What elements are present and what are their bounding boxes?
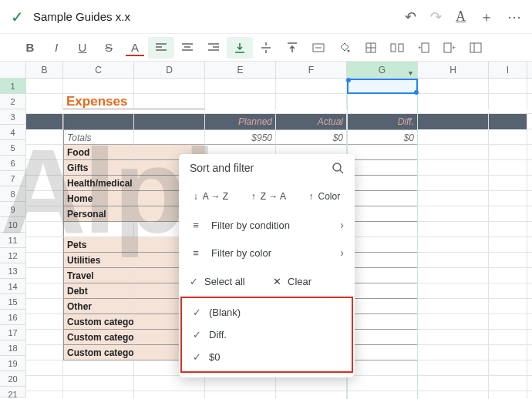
col-header-E[interactable]: E: [205, 62, 276, 78]
cell[interactable]: Debt: [63, 283, 134, 299]
row-header-9[interactable]: 9: [0, 202, 26, 217]
wrap-button[interactable]: [305, 37, 332, 59]
insert-col-right-button[interactable]: +: [436, 37, 463, 59]
row-header-19[interactable]: 19: [0, 356, 26, 371]
document-title[interactable]: Sample Guides x.x: [33, 10, 405, 23]
col-header-C[interactable]: C: [63, 62, 134, 78]
cell[interactable]: [134, 376, 205, 391]
cell[interactable]: [26, 314, 63, 330]
col-header-D[interactable]: D: [134, 62, 205, 78]
cell[interactable]: [418, 360, 489, 376]
cell[interactable]: [489, 314, 527, 330]
borders-button[interactable]: [358, 37, 384, 59]
row-header-14[interactable]: 14: [0, 279, 26, 294]
cell[interactable]: [26, 191, 63, 206]
cell[interactable]: [347, 145, 418, 160]
cell[interactable]: Custom category 2: [63, 330, 134, 345]
cell[interactable]: Diff.: [347, 114, 418, 129]
cell[interactable]: [418, 283, 489, 299]
cell[interactable]: [347, 360, 418, 376]
cell[interactable]: [418, 299, 489, 314]
clear-button[interactable]: ✕Clear: [267, 273, 350, 290]
cell[interactable]: Expenses: [63, 94, 134, 109]
cell[interactable]: [63, 114, 134, 129]
cell[interactable]: [489, 114, 527, 129]
cell[interactable]: [134, 79, 205, 94]
cell[interactable]: [26, 345, 63, 360]
bold-button[interactable]: B: [17, 37, 43, 59]
cell[interactable]: [26, 114, 63, 129]
row-header-11[interactable]: 11: [0, 233, 26, 248]
text-color-button[interactable]: A: [122, 37, 148, 59]
valign-middle-button[interactable]: [253, 37, 279, 59]
cell[interactable]: Other: [63, 299, 134, 314]
cell[interactable]: [26, 391, 63, 399]
sort-az-button[interactable]: ↓A → Z: [187, 186, 234, 206]
row-header-21[interactable]: 21: [0, 387, 26, 397]
cell[interactable]: [205, 376, 276, 391]
cell[interactable]: [347, 376, 418, 391]
cell[interactable]: [418, 314, 489, 330]
cell[interactable]: [347, 191, 418, 206]
cell[interactable]: Actual: [276, 114, 347, 129]
cell[interactable]: [26, 330, 63, 345]
align-left-button[interactable]: [148, 37, 174, 59]
cell[interactable]: [63, 360, 134, 376]
cell[interactable]: [489, 206, 527, 222]
cell[interactable]: [418, 114, 489, 129]
cell[interactable]: [26, 268, 63, 283]
cell[interactable]: [347, 345, 418, 360]
col-header-G[interactable]: G▾: [347, 62, 418, 78]
cell[interactable]: [347, 222, 418, 237]
cell[interactable]: [489, 283, 527, 299]
cell[interactable]: [489, 145, 527, 160]
cell[interactable]: [418, 129, 489, 145]
cell[interactable]: [276, 94, 347, 109]
cell[interactable]: Gifts: [63, 160, 134, 176]
cell[interactable]: Home: [63, 191, 134, 206]
select-all-corner[interactable]: [0, 62, 26, 78]
cell[interactable]: [489, 253, 527, 268]
cell[interactable]: [26, 253, 63, 268]
cell[interactable]: [489, 268, 527, 283]
cell[interactable]: Pets: [63, 237, 134, 253]
insert-col-left-button[interactable]: +: [410, 37, 436, 59]
cell[interactable]: $0: [276, 129, 347, 145]
cell[interactable]: [489, 191, 527, 206]
cell[interactable]: [418, 391, 489, 399]
row-header-17[interactable]: 17: [0, 325, 26, 340]
cell[interactable]: [26, 94, 63, 109]
more-button[interactable]: ⋯: [507, 8, 521, 25]
cell[interactable]: [418, 160, 489, 176]
row-header-4[interactable]: 4: [0, 125, 26, 140]
filter-value-item[interactable]: ✓Diff.: [182, 324, 352, 346]
underline-button[interactable]: U: [69, 37, 96, 59]
cell[interactable]: [347, 94, 418, 109]
fill-color-button[interactable]: [332, 37, 358, 59]
sort-color-button[interactable]: ↑Color: [303, 186, 347, 206]
cell[interactable]: [347, 237, 418, 253]
row-header-13[interactable]: 13: [0, 263, 26, 279]
cell[interactable]: [418, 253, 489, 268]
col-header-B[interactable]: B: [26, 62, 63, 78]
align-right-button[interactable]: [200, 37, 227, 59]
cell[interactable]: [26, 299, 63, 314]
cell[interactable]: Personal: [63, 206, 134, 222]
row-header-20[interactable]: 20: [0, 371, 26, 387]
cell[interactable]: [26, 237, 63, 253]
strike-button[interactable]: S: [96, 37, 122, 59]
cell[interactable]: [418, 176, 489, 191]
cell[interactable]: [418, 145, 489, 160]
cell[interactable]: [418, 94, 489, 109]
cell[interactable]: [347, 79, 418, 94]
cell[interactable]: [276, 376, 347, 391]
cell[interactable]: [489, 376, 527, 391]
cell[interactable]: [489, 176, 527, 191]
cell[interactable]: [418, 345, 489, 360]
cell[interactable]: Food: [63, 145, 134, 160]
cell[interactable]: [63, 391, 134, 399]
cell[interactable]: [418, 330, 489, 345]
cell[interactable]: [26, 283, 63, 299]
col-header-F[interactable]: F: [276, 62, 347, 78]
cell[interactable]: [205, 94, 276, 109]
